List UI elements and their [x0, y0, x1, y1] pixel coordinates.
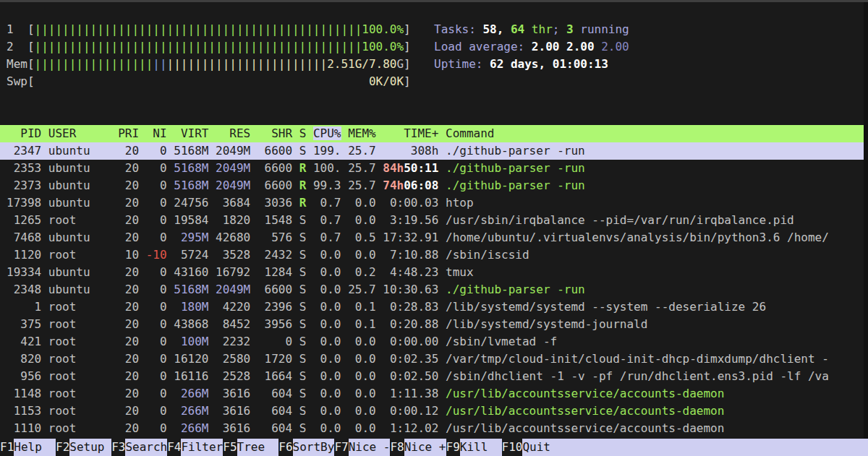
mem-value: 2.51G/7.80 — [327, 57, 396, 71]
process-row-pid-375[interactable]: 375 root 20 0 43868 8452 3956 S 0.0 0.1 … — [0, 316, 868, 333]
swp-value: 0K/0K — [369, 74, 404, 88]
column-header-pri[interactable]: PRI — [118, 126, 139, 140]
meter-bar-segment: || — [153, 57, 166, 71]
process-row-pid-956[interactable]: 956 root 20 0 16116 2528 1664 S 0.0 0.0 … — [0, 368, 868, 385]
fnkey-f8[interactable]: F8 — [390, 439, 404, 456]
column-header-user[interactable]: USER — [48, 126, 111, 140]
process-row-pid-7468[interactable]: 7468 ubuntu 20 0 295M 42680 576 S 0.7 0.… — [0, 229, 868, 246]
uptime-line: Uptime: 62 days, 01:00:13 — [434, 56, 629, 73]
process-row-pid-2373[interactable]: 2373 ubuntu 20 0 5168M 2049M 6600 R 99.3… — [0, 177, 868, 194]
process-row-pid-17398[interactable]: 17398 ubuntu 20 0 24756 3684 3036 R 0.7 … — [0, 194, 868, 212]
meter-close-bracket: ] — [404, 74, 411, 88]
process-table-rows: 2347 ubuntu 20 0 5168M 2049M 6600 S 199.… — [0, 142, 868, 455]
meter-close-bracket: ] — [404, 40, 411, 53]
process-row-pid-1148[interactable]: 1148 root 20 0 266M 3616 604 S 0.0 0.0 1… — [0, 385, 868, 403]
column-header-shr[interactable]: SHR — [258, 126, 292, 140]
column-header-pid[interactable]: PID — [7, 126, 41, 140]
process-row-pid-2347[interactable]: 2347 ubuntu 20 0 5168M 2049M 6600 S 199.… — [0, 142, 868, 160]
column-header-virt[interactable]: VIRT — [174, 126, 208, 140]
column-header-time[interactable]: TIME+ — [383, 126, 438, 140]
fnkey-f10[interactable]: F10 — [502, 439, 523, 456]
meter-close-bracket: ] — [404, 22, 411, 36]
fnkey-f2-label[interactable]: Setup — [69, 439, 111, 456]
fnkey-f1[interactable]: F1 — [0, 439, 14, 456]
htop-terminal: 1 [|||||||||||||||||||||||||||||||||||||… — [0, 0, 868, 456]
right-margin — [864, 2, 868, 439]
meter-open-bracket: [ — [27, 57, 35, 71]
fnkey-f4[interactable]: F4 — [167, 439, 181, 456]
fnkey-f3-label[interactable]: Search — [125, 439, 167, 456]
fnkey-f7[interactable]: F7 — [334, 439, 348, 456]
process-row-pid-1[interactable]: 1 root 20 0 180M 4220 2396 S 0.0 0.1 0:2… — [0, 298, 868, 316]
fnkey-f6-label[interactable]: SortBy — [293, 439, 335, 456]
fnkey-f2[interactable]: F2 — [56, 439, 69, 456]
mem-value: G — [396, 57, 404, 71]
fnkey-f10-label[interactable]: Quit — [522, 439, 564, 456]
process-table-header[interactable]: PID USER PRI NI VIRT RES SHR S CPU% MEM%… — [0, 125, 868, 142]
fnkey-f6[interactable]: F6 — [278, 439, 292, 456]
mem-label: Mem — [7, 56, 27, 73]
process-row-pid-1153[interactable]: 1153 root 20 0 266M 3616 604 S 0.0 0.0 0… — [0, 403, 868, 420]
process-row-pid-2353[interactable]: 2353 ubuntu 20 0 5168M 2049M 6600 R 100.… — [0, 160, 868, 177]
function-key-bar: F1HelpF2SetupF3SearchF4FilterF5TreeF6Sor… — [0, 439, 868, 456]
meter-open-bracket: [ — [27, 40, 35, 53]
process-row-pid-2348[interactable]: 2348 ubuntu 20 0 5168M 2049M 6600 S 0.0 … — [0, 281, 868, 298]
process-row-pid-1265[interactable]: 1265 root 20 0 19584 1820 1548 S 0.7 0.0… — [0, 212, 868, 229]
process-row-pid-1110[interactable]: 1110 root 20 0 266M 3616 604 S 0.0 0.0 1… — [0, 420, 868, 437]
fnkey-f7-label[interactable]: Nice - — [349, 439, 391, 456]
header-meters-area: 1 [|||||||||||||||||||||||||||||||||||||… — [0, 2, 868, 108]
meter-open-bracket: [ — [27, 74, 35, 88]
process-row-pid-1120[interactable]: 1120 root 10 -10 5724 3528 2432 S 0.0 0.… — [0, 246, 868, 264]
column-header-ni[interactable]: NI — [146, 126, 167, 140]
process-row-pid-19334[interactable]: 19334 ubuntu 20 0 43160 16792 1284 S 0.0… — [0, 264, 868, 281]
meter-bar-segment: ||||||||||||||||||||||| — [167, 57, 328, 71]
meter-open-bracket: [ — [27, 22, 35, 36]
fnkey-f1-label[interactable]: Help — [14, 439, 56, 456]
cpu2-label: 2 — [7, 38, 27, 56]
column-header-cpu[interactable]: CPU% — [313, 126, 341, 140]
meter-bar-segment: ||||||||||||||||| — [35, 57, 153, 71]
fnkey-f3[interactable]: F3 — [111, 439, 125, 456]
fnkey-f5[interactable]: F5 — [223, 439, 237, 456]
fnkey-f4-label[interactable]: Filter — [181, 439, 223, 456]
column-header-s[interactable]: S — [299, 126, 307, 140]
swp-label: Swp — [7, 73, 27, 90]
process-row-pid-421[interactable]: 421 root 20 0 100M 2232 0 S 0.0 0.0 0:00… — [0, 333, 868, 350]
tasks-load-uptime-panel: Tasks: 58, 64 thr; 3 runningLoad average… — [434, 21, 629, 73]
load-average-line: Load average: 2.00 2.00 2.00 — [434, 38, 629, 56]
meter-bar-segment: ||||||||||||||||||||||||||||||||||||||||… — [35, 40, 362, 53]
cpu1-label: 1 — [7, 21, 27, 38]
column-header-res[interactable]: RES — [216, 126, 250, 140]
column-header-command[interactable]: Command — [446, 126, 494, 140]
meter-bar-segment: ||||||||||||||||||||||||||||||||||||||||… — [35, 22, 362, 36]
fnkey-f5-label[interactable]: Tree — [237, 439, 279, 456]
process-table: PID USER PRI NI VIRT RES SHR S CPU% MEM%… — [0, 125, 868, 455]
fnbar-fill — [564, 439, 868, 456]
cpu1-value: 100.0% — [362, 22, 404, 36]
tasks-line: Tasks: 58, 64 thr; 3 running — [434, 21, 629, 38]
meter-bar-segment — [35, 74, 369, 88]
fnkey-f9-label[interactable]: Kill — [460, 439, 502, 456]
meter-close-bracket: ] — [404, 57, 411, 71]
column-header-mem[interactable]: MEM% — [348, 126, 376, 140]
swap-meter: Swp[ 0K/0K] — [7, 73, 868, 90]
process-row-pid-820[interactable]: 820 root 20 0 16120 2580 1720 S 0.0 0.0 … — [0, 350, 868, 368]
fnkey-f8-label[interactable]: Nice + — [404, 439, 446, 456]
fnkey-f9[interactable]: F9 — [446, 439, 460, 456]
cpu2-value: 100.0% — [362, 40, 404, 53]
